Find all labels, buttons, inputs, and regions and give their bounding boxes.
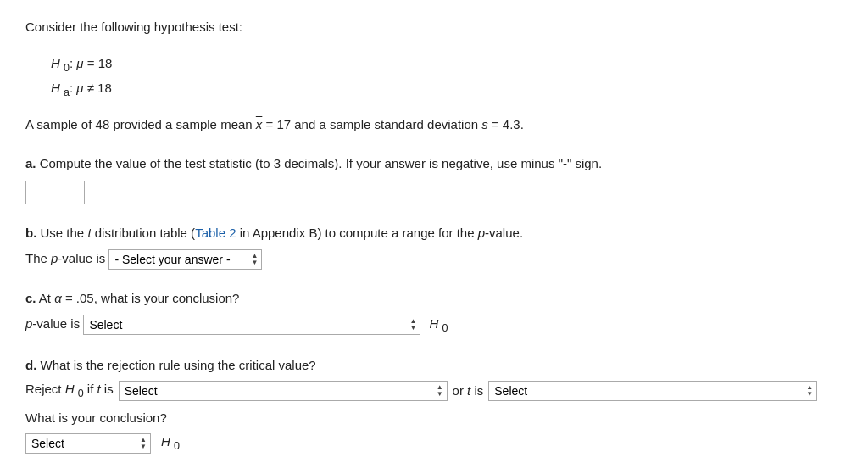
reject-select1[interactable]: Select ≤ -critical value < -critical val… bbox=[120, 382, 433, 400]
part-a-label: a. Compute the value of the test statist… bbox=[25, 153, 843, 174]
intro-title: Consider the following hypothesis test: bbox=[25, 17, 843, 37]
c-h0-label: H 0 bbox=[429, 316, 448, 331]
d-h0-label: H 0 bbox=[161, 434, 180, 452]
h0-line: H 0: μ = 18 bbox=[51, 53, 843, 77]
d-select3-wrapper[interactable]: Select Reject Cannot reject ▲▼ bbox=[25, 433, 151, 454]
reject-prefix: Reject H 0 if t is bbox=[25, 382, 114, 399]
reject-select1-wrapper[interactable]: Select ≤ -critical value < -critical val… bbox=[119, 381, 448, 401]
reject-select2[interactable]: Select ≥ critical value > critical value bbox=[489, 382, 803, 400]
ha-line: H a: μ ≠ 18 bbox=[51, 77, 843, 102]
part-d-label: d. What is the rejection rule using the … bbox=[25, 355, 843, 376]
reject-select2-wrapper[interactable]: Select ≥ critical value > critical value… bbox=[488, 381, 817, 401]
or-t-is-label: or t is bbox=[453, 383, 484, 398]
table2-link[interactable]: Table 2 bbox=[195, 226, 236, 240]
c-select-wrapper[interactable]: Select ≤ ≥ < > ▲▼ bbox=[83, 315, 420, 335]
pvalue-select-arrows: ▲▼ bbox=[248, 253, 261, 266]
pvalue-select[interactable]: - Select your answer - p-value < .01 p-v… bbox=[109, 250, 248, 269]
sample-info-section: A sample of 48 provided a sample mean x … bbox=[25, 114, 843, 135]
part-c-label: c. At α = .05, what is your conclusion? bbox=[25, 288, 843, 309]
c-select-arrows: ▲▼ bbox=[406, 318, 420, 332]
part-c-section: c. At α = .05, what is your conclusion? … bbox=[25, 288, 843, 337]
sample-info-text: A sample of 48 provided a sample mean x … bbox=[25, 114, 843, 135]
part-b-label: b. Use the t distribution table (Table 2… bbox=[25, 223, 843, 243]
conclusion-label-text: What is your conclusion? bbox=[25, 408, 843, 428]
pvalue-is-label: p-value is bbox=[25, 316, 83, 331]
d-select3-arrows: ▲▼ bbox=[136, 437, 150, 450]
pvalue-select-wrapper[interactable]: - Select your answer - p-value < .01 p-v… bbox=[108, 249, 262, 270]
reject-select1-arrows: ▲▼ bbox=[433, 384, 447, 398]
h0-text: H 0: μ = 18 bbox=[51, 56, 112, 70]
c-select[interactable]: Select ≤ ≥ < > bbox=[84, 315, 406, 334]
d-conclusion-line: Select Reject Cannot reject ▲▼ H 0 bbox=[25, 433, 843, 454]
hypothesis-block: H 0: μ = 18 H a: μ ≠ 18 bbox=[51, 53, 843, 103]
intro-section: Consider the following hypothesis test: bbox=[25, 17, 843, 37]
test-statistic-input[interactable] bbox=[25, 181, 85, 204]
reject-select2-arrows: ▲▼ bbox=[803, 384, 816, 398]
ha-text: H a: μ ≠ 18 bbox=[51, 81, 112, 95]
pvalue-prefix: The p-value is bbox=[25, 251, 108, 265]
c-conclusion-line: p-value is Select ≤ ≥ < > ▲▼ H 0 bbox=[25, 314, 843, 337]
part-a-section: a. Compute the value of the test statist… bbox=[25, 153, 843, 204]
part-b-section: b. Use the t distribution table (Table 2… bbox=[25, 223, 843, 270]
part-d-section: d. What is the rejection rule using the … bbox=[25, 355, 843, 454]
d-select3[interactable]: Select Reject Cannot reject bbox=[26, 434, 136, 453]
pvalue-line: The p-value is - Select your answer - p-… bbox=[25, 248, 843, 270]
reject-rule-line: Reject H 0 if t is Select ≤ -critical va… bbox=[25, 381, 843, 401]
